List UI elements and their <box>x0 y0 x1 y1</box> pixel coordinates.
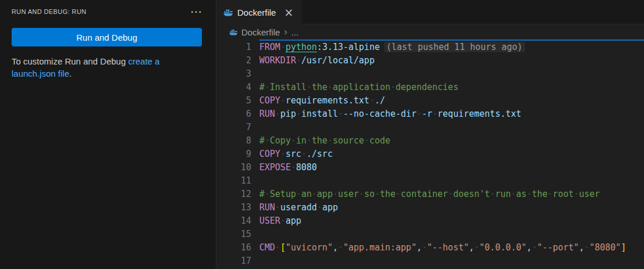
line-number[interactable]: 15 <box>216 228 251 241</box>
code-line-content: #·Setup·an·app·user·so·the·container·doe… <box>259 188 600 201</box>
code-token: user <box>579 189 600 199</box>
tab-label: Dockerfile <box>237 8 276 17</box>
code-line[interactable]: 2WORKDIR·/usr/local/app <box>216 54 644 67</box>
line-number[interactable]: 1 <box>216 41 251 54</box>
code-token: ./src <box>306 149 332 159</box>
line-number[interactable]: 4 <box>216 81 251 94</box>
code-line[interactable]: 7 <box>216 121 644 134</box>
whitespace-dot: · <box>474 242 479 253</box>
whitespace-dot: · <box>422 242 427 253</box>
line-number[interactable]: 16 <box>216 241 251 254</box>
launch-json-link[interactable]: create a <box>128 56 160 66</box>
editor-group: Dockerfile × Dockerfile › ... 1FROM <box>216 0 644 269</box>
code-token: an <box>301 189 312 199</box>
code-token: so <box>364 189 375 199</box>
editor-accent-line <box>259 40 644 41</box>
line-number[interactable]: 9 <box>216 148 251 161</box>
whitespace-dot: · <box>448 189 453 199</box>
code-token: app <box>285 216 301 226</box>
code-token: Copy <box>270 135 291 146</box>
whitespace-dot: · <box>301 149 306 159</box>
code-line[interactable]: 10EXPOSE·8080 <box>216 161 644 174</box>
code-token: # <box>259 82 265 92</box>
whitespace-dot: · <box>280 95 285 106</box>
line-number[interactable]: 10 <box>216 161 251 174</box>
whitespace-dot: · <box>296 189 301 199</box>
code-line-content: CMD·["uvicorn",·"app.main:app",·"--host"… <box>259 241 626 254</box>
code-line[interactable]: 9COPY·src·./src <box>216 148 644 161</box>
code-token: src <box>285 149 301 159</box>
code-token: ./ <box>375 95 385 106</box>
code-line[interactable]: 11 <box>216 174 644 188</box>
line-number[interactable]: 3 <box>216 67 251 81</box>
line-number[interactable]: 8 <box>216 134 251 148</box>
code-line[interactable]: 1FROM·python:3.13-alpine(last pushed 11 … <box>216 41 644 54</box>
code-lines: 1FROM·python:3.13-alpine(last pushed 11 … <box>216 40 644 268</box>
code-token: RUN <box>259 109 275 119</box>
tab-dockerfile[interactable]: Dockerfile × <box>216 0 302 24</box>
whitespace-dot: · <box>527 189 532 199</box>
code-token: the <box>312 135 327 146</box>
code-token: EXPOSE <box>259 162 291 173</box>
code-token: application <box>332 82 390 92</box>
line-number[interactable]: 14 <box>216 214 251 228</box>
code-token: COPY <box>259 95 280 106</box>
line-number[interactable]: 2 <box>216 54 251 67</box>
code-token: USER <box>259 216 280 226</box>
code-line[interactable]: 5COPY·requirements.txt·./ <box>216 94 644 107</box>
whitespace-dot: · <box>532 242 537 253</box>
code-line[interactable]: 6RUN·pip·install·--no-cache-dir·-r·requi… <box>216 107 644 121</box>
code-line[interactable]: 8#·Copy·in·the·source·code <box>216 134 644 148</box>
code-editor[interactable]: 1FROM·python:3.13-alpine(last pushed 11 … <box>216 40 644 269</box>
code-line[interactable]: 14USER·app <box>216 214 644 228</box>
code-token: app <box>322 202 338 213</box>
line-number[interactable]: 12 <box>216 188 251 201</box>
breadcrumb-file[interactable]: Dockerfile <box>241 27 280 37</box>
whitespace-dot: · <box>338 242 343 253</box>
code-token: ] <box>621 242 626 253</box>
code-line-content: #·Copy·in·the·source·code <box>259 134 390 148</box>
code-line[interactable]: 17 <box>216 254 644 268</box>
whitespace-dot: · <box>296 55 301 66</box>
breadcrumb-symbol-picker[interactable]: ... <box>291 27 299 37</box>
whitespace-dot: · <box>265 82 270 92</box>
line-number[interactable]: 7 <box>216 121 251 134</box>
run-and-debug-button[interactable]: Run and Debug <box>12 28 202 46</box>
whitespace-dot: · <box>548 189 553 199</box>
code-line[interactable]: 3 <box>216 67 644 81</box>
code-line[interactable]: 16CMD·["uvicorn",·"app.main:app",·"--hos… <box>216 241 644 254</box>
whitespace-dot: · <box>306 135 312 146</box>
code-token: code <box>370 135 390 146</box>
line-number[interactable]: 11 <box>216 174 251 188</box>
code-line[interactable]: 13RUN·useradd·app <box>216 201 644 214</box>
code-token: "uvicorn" <box>285 242 332 253</box>
line-number[interactable]: 5 <box>216 94 251 107</box>
code-token: run <box>495 189 511 199</box>
code-token: the <box>312 82 327 92</box>
whitespace-dot: · <box>396 189 401 199</box>
code-line-content: WORKDIR·/usr/local/app <box>259 54 375 67</box>
code-token: install <box>301 109 338 119</box>
launch-json-link[interactable]: launch.json file <box>12 69 69 78</box>
docker-icon <box>229 28 237 36</box>
image-name-link[interactable]: python <box>285 42 317 52</box>
line-number[interactable]: 17 <box>216 254 251 268</box>
whitespace-dot: · <box>275 202 280 213</box>
line-number[interactable]: 6 <box>216 107 251 121</box>
code-token: FROM <box>259 42 280 52</box>
code-line[interactable]: 4#·Install·the·application·dependencies <box>216 81 644 94</box>
code-token: "8080" <box>589 242 621 253</box>
code-line[interactable]: 15 <box>216 228 644 241</box>
code-token: "app.main:app" <box>343 242 417 253</box>
tab-close-button[interactable]: × <box>283 7 295 18</box>
whitespace-dot: · <box>364 135 370 146</box>
code-token: requirements.txt <box>437 109 522 119</box>
code-token: source <box>332 135 364 146</box>
code-token: , <box>417 242 422 253</box>
whitespace-dot: · <box>265 189 270 199</box>
code-line[interactable]: 12#·Setup·an·app·user·so·the·container·d… <box>216 188 644 201</box>
line-number[interactable]: 13 <box>216 201 251 214</box>
whitespace-dot: · <box>375 189 380 199</box>
whitespace-dot: · <box>280 149 285 159</box>
more-actions-button[interactable]: ⋯ <box>188 8 204 16</box>
